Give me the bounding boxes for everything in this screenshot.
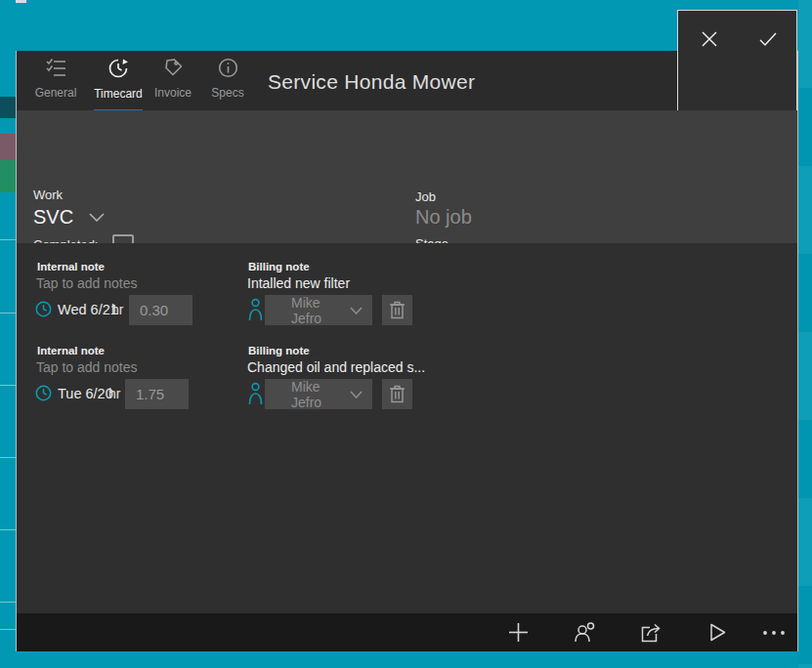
delete-entry-button[interactable] bbox=[382, 295, 412, 325]
work-form-section: Work SVC Completed: Job No job Stage No … bbox=[17, 110, 797, 243]
checklist-icon bbox=[45, 57, 67, 83]
background-right-strip bbox=[798, 0, 812, 668]
add-icon bbox=[508, 622, 529, 643]
date-value: Wed 6/21 bbox=[58, 302, 118, 317]
hours-input[interactable] bbox=[125, 379, 189, 409]
date-value: Tue 6/20 bbox=[58, 386, 113, 401]
billing-note-text[interactable]: Intalled new filter bbox=[247, 275, 350, 291]
row-divider bbox=[0, 629, 16, 630]
assign-person-button[interactable] bbox=[563, 613, 606, 651]
tag-icon bbox=[162, 57, 185, 83]
date-picker[interactable]: Wed 6/21 bbox=[35, 301, 118, 317]
add-entry-button[interactable] bbox=[496, 613, 539, 651]
internal-note-label: Internal note bbox=[37, 345, 105, 356]
close-icon bbox=[701, 30, 718, 48]
tab-general-label: General bbox=[35, 86, 77, 100]
command-bar bbox=[17, 613, 797, 651]
tile-green bbox=[0, 160, 16, 192]
internal-note-label: Internal note bbox=[37, 261, 105, 272]
tile-mauve bbox=[0, 134, 16, 160]
trash-icon bbox=[389, 301, 406, 319]
confirm-popup bbox=[677, 10, 797, 110]
hr-label: hr bbox=[108, 386, 120, 401]
tab-timecard[interactable]: Timecard bbox=[87, 57, 150, 110]
play-icon bbox=[708, 622, 727, 643]
hr-label: hr bbox=[111, 302, 123, 317]
background-tile-strip bbox=[0, 0, 16, 668]
tab-general[interactable]: General bbox=[24, 57, 87, 110]
delete-entry-button[interactable] bbox=[382, 379, 412, 409]
billing-note-text[interactable]: Changed oil and replaced s... bbox=[247, 359, 425, 375]
billing-note-label: Billing note bbox=[248, 261, 310, 272]
person-icon bbox=[248, 298, 263, 321]
technician-name: Mike Jefro bbox=[291, 379, 350, 410]
tile-dark-teal bbox=[0, 97, 16, 118]
work-type-dropdown[interactable]: SVC bbox=[33, 206, 105, 229]
person-icon bbox=[248, 382, 263, 405]
internal-note-placeholder[interactable]: Tap to add notes bbox=[36, 275, 138, 291]
row-divider bbox=[0, 457, 16, 458]
row-divider bbox=[0, 239, 16, 240]
tab-specs[interactable]: Specs bbox=[202, 57, 253, 110]
chevron-down-icon bbox=[89, 213, 105, 222]
start-timer-button[interactable] bbox=[696, 613, 739, 651]
share-icon bbox=[640, 622, 662, 643]
row-divider bbox=[0, 529, 16, 530]
confirm-button[interactable] bbox=[748, 21, 788, 58]
chevron-down-icon bbox=[350, 307, 363, 314]
work-label: Work bbox=[33, 188, 63, 202]
tab-invoice[interactable]: Invoice bbox=[150, 57, 196, 110]
tab-specs-label: Specs bbox=[211, 86, 243, 100]
technician-dropdown[interactable]: Mike Jefro bbox=[265, 379, 372, 409]
row-divider bbox=[0, 385, 16, 386]
clock-icon bbox=[35, 301, 52, 317]
job-label: Job bbox=[415, 189, 436, 204]
hours-input[interactable] bbox=[129, 295, 192, 325]
share-button[interactable] bbox=[629, 613, 672, 651]
internal-note-placeholder[interactable]: Tap to add notes bbox=[36, 359, 138, 375]
job-value[interactable]: No job bbox=[415, 206, 472, 229]
more-options-button[interactable] bbox=[752, 613, 795, 651]
clock-icon bbox=[35, 385, 52, 401]
screen: General Timecard bbox=[0, 0, 812, 668]
billing-note-label: Billing note bbox=[248, 345, 310, 356]
cancel-button[interactable] bbox=[690, 21, 729, 58]
work-type-value: SVC bbox=[33, 206, 73, 229]
trash-icon bbox=[389, 385, 406, 403]
work-order-dialog: General Timecard bbox=[16, 51, 798, 651]
checkmark-icon bbox=[758, 31, 778, 47]
add-person-icon bbox=[574, 622, 596, 643]
chevron-down-icon bbox=[350, 391, 363, 398]
tab-timecard-label: Timecard bbox=[94, 87, 143, 101]
info-icon bbox=[217, 57, 239, 83]
more-icon bbox=[762, 630, 786, 636]
page-title: Service Honda Mower bbox=[268, 51, 475, 110]
timecard-clock-icon bbox=[107, 57, 131, 84]
date-picker[interactable]: Tue 6/20 bbox=[35, 385, 113, 401]
technician-name: Mike Jefro bbox=[291, 295, 350, 326]
tab-invoice-label: Invoice bbox=[154, 86, 192, 100]
row-divider bbox=[0, 602, 16, 603]
timecard-entries-section: Internal note Tap to add notes Wed 6/21 … bbox=[17, 243, 797, 613]
background-notch bbox=[16, 0, 26, 3]
technician-dropdown[interactable]: Mike Jefro bbox=[265, 295, 372, 325]
row-divider bbox=[0, 313, 16, 313]
